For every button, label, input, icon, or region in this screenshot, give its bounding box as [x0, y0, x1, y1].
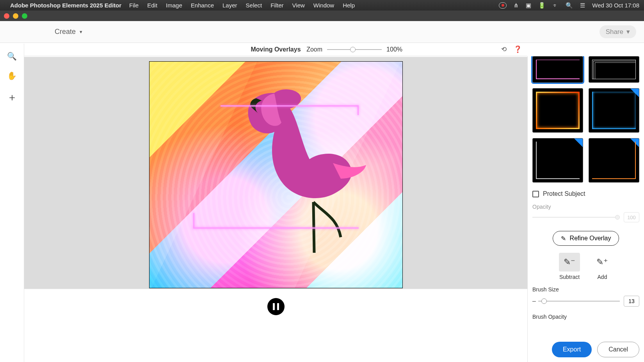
share-dropdown[interactable]: Share ▾: [600, 25, 636, 38]
brush-opacity-label: Brush Opacity: [532, 314, 639, 320]
minus-icon: –: [532, 298, 536, 305]
app-name[interactable]: Adobe Photoshop Elements 2025 Editor: [10, 2, 121, 9]
chevron-down-icon: ▾: [626, 28, 630, 36]
top-toolbar: Create ▾ Share ▾: [0, 21, 644, 43]
brush-subtract-label: Subtract: [559, 274, 580, 280]
brush-mode-add[interactable]: ✎⁺ Add: [592, 253, 613, 280]
menu-enhance[interactable]: Enhance: [191, 2, 214, 9]
brush-minus-icon: ✎⁻: [559, 253, 580, 272]
protect-subject-row[interactable]: Protect Subject: [532, 190, 639, 197]
window-minimize-button[interactable]: [13, 13, 18, 19]
menu-edit[interactable]: Edit: [147, 2, 157, 9]
right-panel: Protect Subject Opacity 100 ✎ Refine Ove…: [527, 56, 644, 362]
menu-file[interactable]: File: [129, 2, 139, 9]
control-center-icon[interactable]: ☰: [580, 2, 585, 9]
brush-size-slider[interactable]: [538, 301, 620, 302]
menu-help[interactable]: Help: [343, 2, 355, 9]
create-dropdown[interactable]: Create ▾: [55, 28, 82, 36]
protect-subject-checkbox[interactable]: [532, 191, 539, 197]
canvas-workarea: [24, 57, 527, 324]
menu-layer[interactable]: Layer: [222, 2, 237, 9]
brush-size-block: Brush Size – 13: [532, 286, 639, 307]
menu-image[interactable]: Image: [166, 2, 182, 9]
pause-button[interactable]: [267, 298, 285, 315]
brush-mode-group: ✎⁻ Subtract ✎⁺ Add: [532, 253, 639, 280]
menu-window[interactable]: Window: [313, 2, 334, 9]
chevron-down-icon: ▾: [80, 29, 82, 35]
share-label: Share: [606, 28, 623, 36]
overlay-preset-orange[interactable]: [589, 138, 639, 183]
menu-filter[interactable]: Filter: [270, 2, 283, 9]
brush-add-label: Add: [598, 274, 607, 280]
document-header: Moving Overlays Zoom 100% ⟲ ❓: [24, 43, 527, 56]
macos-menubar: Adobe Photoshop Elements 2025 Editor Fil…: [0, 0, 644, 11]
brush-size-thumb[interactable]: [541, 298, 547, 304]
window-close-button[interactable]: [4, 13, 9, 19]
zoom-slider-thumb[interactable]: [350, 47, 356, 52]
overlay-preset-grid: [532, 56, 639, 183]
menu-select[interactable]: Select: [246, 2, 262, 9]
overlay-frame-marker[interactable]: [193, 105, 359, 229]
spotlight-icon[interactable]: 🔍: [566, 2, 573, 9]
undo-redo-icon[interactable]: ⟲: [501, 45, 507, 53]
play-status-icon[interactable]: ▣: [526, 2, 531, 9]
opacity-value[interactable]: 100: [624, 212, 639, 222]
brush-mode-subtract[interactable]: ✎⁻ Subtract: [559, 253, 580, 280]
brush-plus-icon: ✎⁺: [592, 253, 613, 272]
cc-status-icon[interactable]: ⋔: [514, 2, 519, 9]
window-zoom-button[interactable]: [22, 13, 27, 19]
battery-icon[interactable]: 🔋: [538, 2, 546, 9]
panel-footer: Export Cancel: [532, 342, 639, 357]
opacity-slider-row: 100: [532, 212, 639, 222]
overlay-preset-lines[interactable]: [589, 56, 639, 83]
overlay-preset-pink[interactable]: [532, 56, 583, 83]
protect-subject-label: Protect Subject: [543, 190, 585, 197]
export-label: Export: [563, 346, 581, 353]
overlay-preset-fire[interactable]: [532, 88, 583, 133]
export-button[interactable]: Export: [552, 342, 592, 357]
create-label: Create: [55, 28, 76, 36]
cancel-label: Cancel: [608, 346, 628, 353]
brush-size-value[interactable]: 13: [624, 296, 639, 307]
image-canvas[interactable]: [149, 61, 403, 288]
opacity-slider-thumb[interactable]: [615, 215, 620, 220]
search-tool-icon[interactable]: 🔍: [7, 51, 17, 61]
cancel-button[interactable]: Cancel: [597, 342, 639, 357]
hand-tool-icon[interactable]: ✋: [7, 71, 17, 80]
zoom-control: Zoom 100%: [306, 46, 402, 53]
overlay-preset-blue[interactable]: [589, 88, 639, 133]
menu-view[interactable]: View: [292, 2, 305, 9]
playback-bar: [24, 289, 527, 324]
opacity-label: Opacity: [532, 204, 639, 210]
zoom-label: Zoom: [306, 46, 322, 53]
canvas-holder: [24, 57, 527, 289]
zoom-slider[interactable]: [327, 49, 382, 50]
left-tool-strip: 🔍 ✋ ＋: [0, 44, 24, 362]
refine-overlay-label: Refine Overlay: [570, 235, 611, 242]
menubar-clock[interactable]: Wed 30 Oct 17:08: [592, 2, 639, 9]
window-titlebar: [0, 11, 644, 21]
opacity-slider[interactable]: [532, 217, 620, 218]
page-title: Moving Overlays: [251, 46, 301, 53]
screen-record-icon[interactable]: [499, 2, 507, 9]
overlay-preset-grey[interactable]: [532, 138, 583, 183]
brush-size-label: Brush Size: [532, 286, 639, 293]
zoom-value: 100%: [386, 46, 402, 53]
help-icon[interactable]: ❓: [514, 45, 522, 53]
add-tool-icon[interactable]: ＋: [7, 90, 17, 104]
brush-opacity-block: Brush Opacity: [532, 314, 639, 320]
brush-icon: ✎: [561, 235, 566, 242]
wifi-icon[interactable]: ᯤ: [553, 2, 559, 9]
refine-overlay-button[interactable]: ✎ Refine Overlay: [553, 231, 619, 246]
